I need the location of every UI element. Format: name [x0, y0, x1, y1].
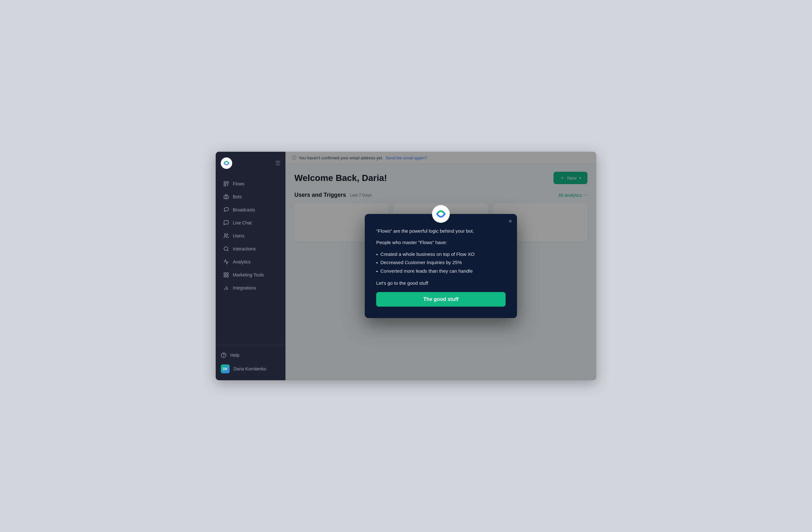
- sidebar-item-live-chat-label: Live Chat: [233, 220, 251, 225]
- interactions-icon: [223, 246, 229, 252]
- modal-list: Created a whole business on top of Flow …: [376, 250, 506, 276]
- modal-footer-text: Let's go to the good stuff: [376, 280, 506, 286]
- modal-subtext: People who master "Flows" have:: [376, 239, 506, 246]
- modal-overlay: × "Flows" are the powerful logic behind …: [286, 152, 596, 380]
- modal-logo: [432, 205, 450, 223]
- sidebar-item-bots[interactable]: Bots: [218, 191, 283, 203]
- avatar: DK: [221, 364, 230, 373]
- sidebar-item-broadcasts[interactable]: Broadcasts: [218, 204, 283, 216]
- app-logo: [221, 157, 232, 169]
- user-name: Daria Korniienko: [233, 366, 266, 372]
- integrations-icon: [223, 285, 229, 291]
- modal-list-item-2: Decreased Customer Inquiries by 25%: [376, 258, 506, 267]
- sidebar-header: ☰: [216, 152, 286, 174]
- sidebar-item-broadcasts-label: Broadcasts: [233, 207, 255, 212]
- svg-point-0: [221, 157, 232, 169]
- bots-icon: [223, 194, 229, 200]
- help-label: Help: [230, 353, 240, 358]
- sidebar-item-marketing-tools[interactable]: Marketing Tools: [218, 268, 283, 281]
- svg-rect-3: [224, 184, 226, 186]
- modal-cta-button[interactable]: The good stuff: [376, 292, 506, 307]
- svg-rect-11: [227, 276, 228, 277]
- sidebar: ☰ Flows: [216, 152, 286, 380]
- sidebar-item-interactions-label: Interactions: [233, 246, 256, 251]
- main-content: ⓘ You haven't confirmed your email addre…: [286, 152, 596, 380]
- svg-rect-12: [224, 276, 226, 277]
- analytics-icon: [223, 259, 229, 265]
- help-item[interactable]: Help: [218, 349, 283, 361]
- sidebar-item-analytics[interactable]: Analytics: [218, 255, 283, 268]
- sidebar-item-flows-label: Flows: [233, 181, 245, 186]
- modal-list-item-3: Converted more leads than they can handl…: [376, 267, 506, 276]
- sidebar-item-users-label: Users: [233, 233, 245, 238]
- help-icon: [221, 352, 227, 358]
- svg-point-6: [227, 197, 227, 197]
- app-window: ☰ Flows: [216, 152, 596, 380]
- modal: × "Flows" are the powerful logic behind …: [365, 214, 517, 318]
- svg-rect-2: [227, 182, 228, 183]
- user-profile[interactable]: DK Daria Korniienko: [218, 361, 283, 376]
- live-chat-icon: [223, 220, 229, 226]
- svg-rect-4: [224, 196, 228, 199]
- svg-point-8: [224, 247, 228, 250]
- svg-point-14: [223, 356, 224, 356]
- sidebar-item-marketing-tools-label: Marketing Tools: [233, 272, 264, 277]
- sidebar-item-interactions[interactable]: Interactions: [218, 242, 283, 255]
- modal-heading-text: "Flows" are the powerful logic behind yo…: [376, 227, 506, 235]
- menu-icon[interactable]: ☰: [275, 160, 280, 167]
- sidebar-item-integrations[interactable]: Integrations: [218, 282, 283, 294]
- modal-close-button[interactable]: ×: [508, 219, 512, 224]
- users-icon: [223, 233, 229, 239]
- svg-point-15: [432, 205, 450, 223]
- svg-rect-1: [224, 182, 226, 183]
- marketing-tools-icon: [223, 272, 229, 278]
- sidebar-footer: Help DK Daria Korniienko: [216, 345, 286, 380]
- sidebar-item-live-chat[interactable]: Live Chat: [218, 216, 283, 229]
- modal-list-item-1: Created a whole business on top of Flow …: [376, 250, 506, 259]
- svg-point-5: [225, 197, 226, 197]
- sidebar-item-analytics-label: Analytics: [233, 259, 250, 264]
- sidebar-nav: Flows Bots Broadcasts: [216, 174, 286, 345]
- sidebar-item-flows[interactable]: Flows: [218, 178, 283, 190]
- modal-body: "Flows" are the powerful logic behind yo…: [376, 227, 506, 307]
- sidebar-item-bots-label: Bots: [233, 194, 242, 199]
- svg-point-7: [224, 234, 227, 236]
- svg-rect-10: [227, 273, 228, 274]
- flows-icon: [223, 181, 229, 187]
- sidebar-item-users[interactable]: Users: [218, 229, 283, 242]
- broadcasts-icon: [223, 207, 229, 213]
- svg-rect-9: [224, 273, 226, 274]
- sidebar-item-integrations-label: Integrations: [233, 285, 256, 291]
